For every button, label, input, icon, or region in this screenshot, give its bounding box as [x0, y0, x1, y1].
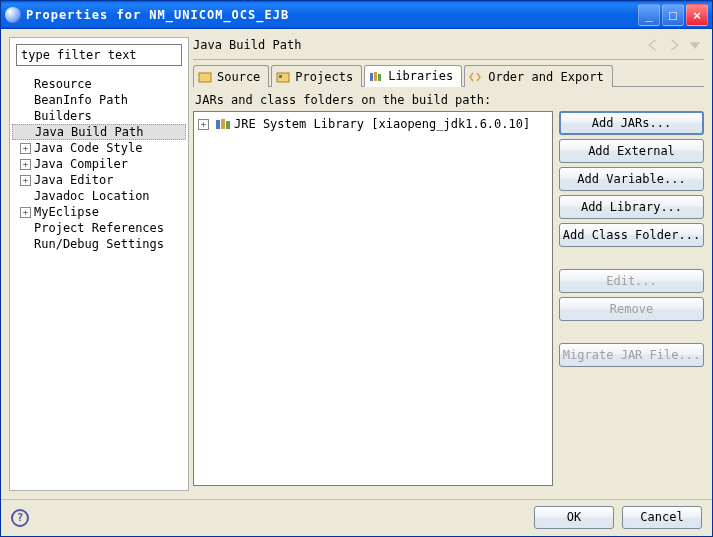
migrate-jar-button: Migrate JAR File...	[559, 343, 704, 367]
edit-button: Edit...	[559, 269, 704, 293]
svg-rect-1	[277, 73, 289, 82]
tree-item-label: Javadoc Location	[34, 189, 150, 203]
library-icon	[215, 117, 231, 131]
add-library-button[interactable]: Add Library...	[559, 195, 704, 219]
svg-rect-2	[279, 75, 282, 78]
page-title: Java Build Path	[193, 38, 641, 52]
tab-label: Order and Export	[488, 70, 604, 84]
tab-source[interactable]: Source	[193, 65, 269, 87]
minimize-button[interactable]: _	[638, 4, 660, 26]
tree-item-label: BeanInfo Path	[34, 93, 128, 107]
tree-item-label: Project References	[34, 221, 164, 235]
tab-icon	[469, 71, 485, 83]
tab-label: Libraries	[388, 69, 453, 83]
expand-icon[interactable]: +	[20, 143, 31, 154]
dialog-footer: ? OK Cancel	[1, 499, 712, 535]
tree-item-label: Run/Debug Settings	[34, 237, 164, 251]
svg-rect-6	[216, 120, 220, 129]
svg-rect-4	[374, 72, 377, 81]
category-tree: ResourceBeanInfo PathBuildersJava Build …	[10, 72, 188, 256]
back-icon[interactable]	[644, 37, 662, 53]
add-variable-button[interactable]: Add Variable...	[559, 167, 704, 191]
app-icon	[5, 7, 21, 23]
expand-icon[interactable]: +	[20, 175, 31, 186]
jar-list[interactable]: + JRE System Library [xiaopeng_jdk1.6.0.…	[193, 111, 553, 486]
filter-input[interactable]	[17, 45, 181, 65]
add-class-folder-button[interactable]: Add Class Folder...	[559, 223, 704, 247]
tree-item-label: Java Code Style	[34, 141, 142, 155]
expand-icon[interactable]: +	[198, 119, 209, 130]
tree-item-label: MyEclipse	[34, 205, 99, 219]
add-external-jars-button[interactable]: Add External JARs...	[559, 139, 704, 163]
tree-item-java-compiler[interactable]: +Java Compiler	[12, 156, 186, 172]
tab-projects[interactable]: Projects	[271, 65, 362, 87]
tab-icon	[198, 71, 214, 83]
tree-item-resource[interactable]: Resource	[12, 76, 186, 92]
page-pane: Java Build Path SourceProjectsLibrariesO…	[193, 37, 704, 491]
tree-item-myeclipse[interactable]: +MyEclipse	[12, 204, 186, 220]
jar-entry-label: JRE System Library [xiaopeng_jdk1.6.0.10…	[234, 117, 530, 131]
tree-item-java-code-style[interactable]: +Java Code Style	[12, 140, 186, 156]
tree-item-label: Builders	[34, 109, 92, 123]
build-path-label: JARs and class folders on the build path…	[193, 87, 704, 111]
forward-icon[interactable]	[665, 37, 683, 53]
tree-item-run-debug-settings[interactable]: Run/Debug Settings	[12, 236, 186, 252]
tree-item-javadoc-location[interactable]: Javadoc Location	[12, 188, 186, 204]
tree-item-label: Java Editor	[34, 173, 113, 187]
tree-item-java-build-path[interactable]: Java Build Path	[12, 124, 186, 140]
tree-item-beaninfo-path[interactable]: BeanInfo Path	[12, 92, 186, 108]
tab-label: Projects	[295, 70, 353, 84]
tab-label: Source	[217, 70, 260, 84]
tree-item-label: Resource	[34, 77, 92, 91]
tree-item-project-references[interactable]: Project References	[12, 220, 186, 236]
svg-rect-0	[199, 73, 211, 82]
tab-order-and-export[interactable]: Order and Export	[464, 65, 613, 87]
title-bar: Properties for NM_UNICOM_OCS_EJB _ □ ×	[1, 1, 712, 29]
help-icon[interactable]: ?	[11, 509, 29, 527]
page-header: Java Build Path	[193, 37, 704, 53]
svg-rect-3	[370, 73, 373, 81]
add-jars-button[interactable]: Add JARs...	[559, 111, 704, 135]
dropdown-icon[interactable]	[686, 37, 704, 53]
button-column: Add JARs... Add External JARs... Add Var…	[559, 111, 704, 486]
tab-libraries[interactable]: Libraries	[364, 65, 462, 87]
tab-icon	[276, 71, 292, 83]
svg-rect-5	[378, 74, 381, 81]
maximize-button[interactable]: □	[662, 4, 684, 26]
cancel-button[interactable]: Cancel	[622, 506, 702, 529]
expand-icon[interactable]: +	[20, 207, 31, 218]
tab-bar: SourceProjectsLibrariesOrder and Export	[193, 64, 704, 87]
tree-item-java-editor[interactable]: +Java Editor	[12, 172, 186, 188]
window-title: Properties for NM_UNICOM_OCS_EJB	[26, 8, 636, 22]
remove-button: Remove	[559, 297, 704, 321]
filter-input-wrap	[16, 44, 182, 66]
category-tree-pane: ResourceBeanInfo PathBuildersJava Build …	[9, 37, 189, 491]
ok-button[interactable]: OK	[534, 506, 614, 529]
svg-rect-8	[226, 121, 230, 129]
expand-icon[interactable]: +	[20, 159, 31, 170]
tree-item-builders[interactable]: Builders	[12, 108, 186, 124]
close-button[interactable]: ×	[686, 4, 708, 26]
jar-entry[interactable]: + JRE System Library [xiaopeng_jdk1.6.0.…	[198, 116, 548, 132]
svg-rect-7	[221, 119, 225, 129]
tree-item-label: Java Build Path	[35, 125, 143, 139]
tree-item-label: Java Compiler	[34, 157, 128, 171]
tab-icon	[369, 70, 385, 82]
